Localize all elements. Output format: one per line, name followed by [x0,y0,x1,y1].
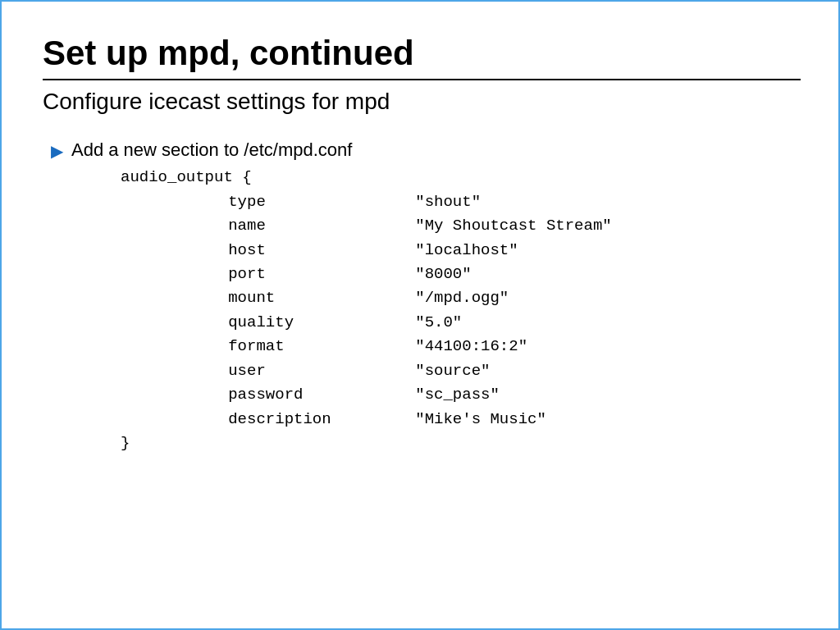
code-line-quality: quality "5.0" [88,311,612,335]
code-line-type: type "shout" [88,190,612,214]
bullet-item: ▶ Add a new section to /etc/mpd.conf aud… [51,139,801,455]
code-open: audio_output { [88,166,612,189]
slide-subtitle: Configure icecast settings for mpd [43,89,801,115]
code-line-password: password "sc_pass" [88,383,612,407]
code-line-format: format "44100:16:2" [88,335,612,358]
code-block: audio_output { type "shout" name "My Sho… [71,166,612,455]
code-line-host: host "localhost" [88,239,612,262]
slide-divider [43,79,801,80]
bullet-text: Add a new section to /etc/mpd.conf [71,139,352,160]
slide-container: Set up mpd, continued Configure icecast … [2,2,840,630]
slide-title: Set up mpd, continued [43,34,801,72]
code-close: } [88,431,612,455]
code-line-user: user "source" [88,359,612,383]
bullet-section: ▶ Add a new section to /etc/mpd.conf aud… [43,139,801,465]
code-line-port: port "8000" [88,262,612,286]
code-line-description: description "Mike's Music" [88,408,612,431]
code-line-mount: mount "/mpd.ogg" [88,286,612,310]
code-line-name: name "My Shoutcast Stream" [88,214,612,238]
bullet-arrow-icon: ▶ [51,141,63,161]
